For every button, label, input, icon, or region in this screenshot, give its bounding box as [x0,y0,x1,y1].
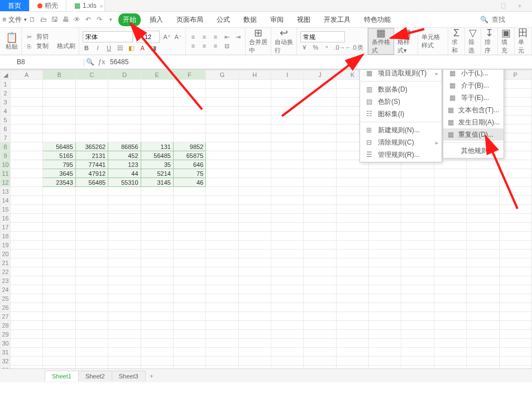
cell[interactable] [401,330,434,339]
cell[interactable] [238,232,271,241]
cell[interactable] [108,232,141,241]
row-6[interactable]: 6 [1,124,11,133]
cell[interactable] [11,357,43,366]
sheet1-tab[interactable]: Sheet1 [45,371,79,381]
cell[interactable] [173,241,205,250]
redo-icon[interactable]: ↷ [94,16,105,23]
cell[interactable] [238,116,271,124]
dropdown-icon[interactable]: ▾ [105,17,116,22]
cell[interactable] [75,241,108,250]
cell[interactable] [499,187,532,196]
row-20[interactable]: 20 [1,250,11,258]
cell[interactable] [467,267,499,276]
row-16[interactable]: 16 [1,214,11,223]
cell[interactable] [336,178,368,187]
cell[interactable] [271,250,303,258]
cell[interactable] [271,241,303,250]
search-box[interactable]: 🔍 [480,15,526,24]
percent-icon[interactable]: % [311,44,319,51]
cell[interactable] [369,178,401,187]
cell[interactable] [271,187,303,196]
cell[interactable] [401,250,434,258]
align-center-icon[interactable]: ≡ [200,42,208,50]
cell[interactable] [499,232,532,241]
row-15[interactable]: 15 [1,205,11,214]
cell[interactable] [206,187,238,196]
cell[interactable] [108,214,141,223]
cell[interactable] [43,89,75,98]
cell[interactable] [238,267,271,276]
cell[interactable] [206,321,238,330]
cell[interactable] [238,89,271,98]
cell[interactable] [499,258,532,267]
mi-between[interactable]: ▦介于(B)... [443,79,504,92]
cell[interactable] [499,196,532,205]
cell[interactable] [108,312,141,321]
cell[interactable] [499,312,532,321]
cell[interactable] [75,267,108,276]
new-icon[interactable]: 🗋 [27,16,38,23]
cell[interactable]: 795 [43,160,75,169]
cell[interactable] [336,303,368,312]
cell[interactable] [467,303,499,312]
cell[interactable] [238,205,271,214]
cell[interactable] [499,321,532,330]
cell[interactable] [43,258,75,267]
cell[interactable] [141,196,173,205]
dec-dec-icon[interactable]: ←.0 [345,44,353,51]
cell[interactable] [238,303,271,312]
cell[interactable] [271,160,303,169]
cell[interactable] [75,276,108,285]
cell[interactable] [304,196,336,205]
cell[interactable] [141,107,173,116]
cell[interactable] [75,312,108,321]
cell[interactable] [206,258,238,267]
cell[interactable] [206,357,238,366]
cell[interactable] [304,303,336,312]
cell[interactable] [369,241,401,250]
row-9[interactable]: 9 [1,151,11,160]
cell[interactable] [304,357,336,366]
cell[interactable] [238,187,271,196]
cell[interactable] [499,223,532,232]
cell[interactable] [75,339,108,348]
row-8[interactable]: 8 [1,142,11,151]
row-13[interactable]: 13 [1,187,11,196]
cell[interactable] [173,330,205,339]
cell[interactable] [11,151,43,160]
cell[interactable] [141,330,173,339]
cell[interactable] [271,80,303,89]
cell[interactable] [206,339,238,348]
select-all[interactable]: ◢ [1,70,11,80]
print-icon[interactable]: 🖶 [60,16,71,23]
cell[interactable] [271,258,303,267]
cell[interactable] [238,258,271,267]
cell[interactable] [141,133,173,142]
cell[interactable] [304,312,336,321]
cell[interactable] [434,187,466,196]
align-left-icon[interactable]: ≡ [189,42,197,50]
cell[interactable] [271,232,303,241]
cell[interactable] [173,285,205,294]
bold-icon[interactable]: B [83,44,90,52]
cell[interactable] [43,330,75,339]
cell[interactable] [173,250,205,258]
cell[interactable] [206,348,238,357]
cell[interactable] [43,196,75,205]
cell[interactable] [141,348,173,357]
row-17[interactable]: 17 [1,223,11,232]
cell[interactable] [173,80,205,89]
cell[interactable] [434,285,466,294]
cell[interactable] [141,276,173,285]
cell[interactable] [434,294,466,303]
cell[interactable] [108,294,141,303]
cell[interactable] [304,98,336,107]
add-sheet[interactable]: ＋ [145,372,159,380]
cell[interactable] [108,241,141,250]
cell[interactable] [206,142,238,151]
cell[interactable] [271,348,303,357]
cell[interactable] [271,321,303,330]
cell[interactable] [434,312,466,321]
cell[interactable] [141,232,173,241]
cell[interactable] [467,357,499,366]
